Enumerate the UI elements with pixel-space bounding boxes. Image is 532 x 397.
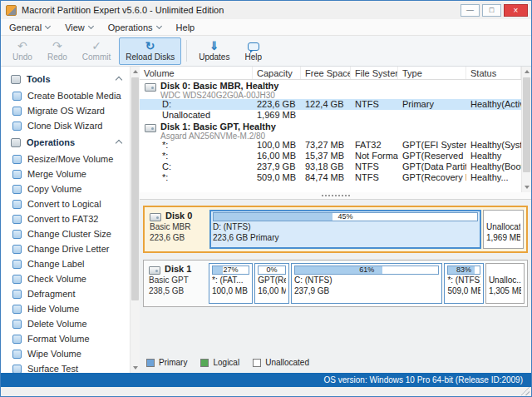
- maximize-button[interactable]: □: [482, 4, 501, 17]
- sidebar-item-convert-to-logical[interactable]: Convert to Logical: [1, 196, 130, 211]
- partition-reserved[interactable]: 0% GPT(Re... 16,00 MB: [254, 263, 289, 304]
- sidebar-item-label: Change Label: [27, 259, 85, 269]
- scroll-down-arrow[interactable]: [131, 363, 140, 373]
- scrollbar-thumb[interactable]: [131, 77, 139, 300]
- sidebar-item-delete-volume[interactable]: Delete Volume: [1, 316, 130, 331]
- column-header-status[interactable]: Status: [466, 67, 521, 79]
- reload-disks-button[interactable]: ↻ Reload Disks: [119, 37, 181, 65]
- cell-capacity: 1,969 MB: [253, 110, 301, 121]
- sidebar-item-defragment[interactable]: Defragment: [1, 286, 130, 301]
- disk0-panel[interactable]: Disk 0 Basic MBR 223,6 GB 45% D: (NTFS) …: [143, 206, 528, 253]
- disk1-panel[interactable]: Disk 1 Basic GPT 238,5 GB 27% *: (FAT...…: [143, 260, 528, 307]
- menu-operations[interactable]: Operations: [108, 22, 161, 32]
- scroll-up-arrow[interactable]: [522, 67, 531, 77]
- sidebar-section-operations[interactable]: Operations: [1, 133, 130, 151]
- menu-help[interactable]: Help: [176, 22, 195, 32]
- panel-splitter[interactable]: [140, 192, 531, 199]
- cell-type: GPT(EFI System ...: [398, 140, 466, 151]
- column-header-volume[interactable]: Volume: [140, 67, 253, 79]
- sidebar-item-change-label[interactable]: Change Label: [1, 256, 130, 271]
- resize-grip[interactable]: [520, 386, 530, 395]
- disk-group-row-disk0[interactable]: Disk 0: Basic MBR, Healthy WDC WDS240G2G…: [140, 80, 521, 99]
- sidebar-item-hide-volume[interactable]: Hide Volume: [1, 301, 130, 316]
- redo-button[interactable]: ↷ Redo: [41, 37, 74, 65]
- cell-free-space: 93,18 GB: [301, 161, 351, 172]
- change-label-icon: [12, 260, 22, 269]
- chevron-down-icon: [88, 22, 94, 28]
- sidebar-item-change-drive-letter[interactable]: Change Drive Letter: [1, 241, 130, 256]
- table-scrollbar[interactable]: [521, 67, 531, 192]
- partition-c-ntfs[interactable]: 61% C: (NTFS) 237,9 GB: [291, 263, 442, 304]
- sidebar-item-merge-volume[interactable]: Merge Volume: [1, 166, 130, 181]
- primary-color-swatch: [146, 359, 155, 367]
- sidebar-item-label: Resize/Move Volume: [27, 154, 113, 164]
- sidebar-item-label: Delete Volume: [27, 319, 87, 329]
- help-bubble-icon: [248, 42, 259, 51]
- partition-d-ntfs[interactable]: 45% D: (NTFS) 223,6 GB Primary: [209, 210, 481, 249]
- scroll-up-arrow[interactable]: [131, 67, 140, 77]
- surface-test-icon: [12, 365, 22, 374]
- sidebar-item-migrate-os-wizard[interactable]: Migrate OS Wizard: [1, 103, 130, 118]
- partition-unallocated-disk0[interactable]: Unallocat... 1,969 MB: [483, 210, 524, 249]
- main-panel: Volume Capacity Free Space File System T…: [140, 67, 531, 373]
- partition-unallocated-disk1[interactable]: Unalloc... 1,305 MB: [485, 263, 525, 304]
- volume-row-d[interactable]: D: 223,6 GB 122,4 GB NTFS Primary Health…: [140, 99, 521, 110]
- operations-section-icon: [11, 138, 21, 147]
- sidebar-scrollbar[interactable]: [130, 67, 140, 373]
- sidebar-item-create-bootable-media[interactable]: Create Bootable Media: [1, 88, 130, 103]
- updates-button[interactable]: ⇓ Updates: [192, 37, 236, 65]
- usage-percent: 83%: [456, 265, 471, 274]
- partition-efi[interactable]: 27% *: (FAT... 100,0 MB: [209, 263, 253, 304]
- cell-type: GPT(Reserved P...: [398, 151, 466, 161]
- sidebar-item-copy-volume[interactable]: Copy Volume: [1, 181, 130, 196]
- volume-row-reserved[interactable]: *: 16,00 MB 15,37 MB Not Forma... GPT(Re…: [140, 151, 521, 161]
- sidebar-item-label: Merge Volume: [27, 169, 86, 179]
- column-header-type[interactable]: Type: [398, 67, 466, 79]
- menu-label: General: [9, 22, 42, 32]
- sidebar-item-resize-move-volume[interactable]: Resize/Move Volume: [1, 151, 130, 166]
- menu-view[interactable]: View: [65, 22, 93, 32]
- volume-row-c[interactable]: C: 237,9 GB 93,18 GB NTFS GPT(Data Parti…: [140, 161, 521, 172]
- sidebar-item-change-cluster-size[interactable]: Change Cluster Size: [1, 226, 130, 241]
- volume-table: Volume Capacity Free Space File System T…: [140, 67, 521, 192]
- partition-size: 223,6 GB Primary: [213, 233, 478, 243]
- sidebar-item-check-volume[interactable]: Check Volume: [1, 271, 130, 286]
- scrollbar-thumb[interactable]: [523, 77, 530, 172]
- scrollbar-track[interactable]: [131, 77, 140, 363]
- volume-row-unallocated-disk0[interactable]: Unallocated 1,969 MB: [140, 110, 521, 121]
- scrollbar-track[interactable]: [522, 77, 531, 182]
- toolbar: ↶ Undo ↷ Redo ✓ Commit ↻ Reload Disks ⇓ …: [1, 36, 531, 67]
- volume-row-recovery[interactable]: *: 509,0 MB 84,74 MB NTFS GPT(Recovery P…: [140, 172, 521, 183]
- undo-button[interactable]: ↶ Undo: [6, 37, 39, 65]
- help-button[interactable]: Help: [238, 37, 268, 65]
- close-button[interactable]: ×: [504, 4, 528, 17]
- disk0-info: Disk 0 Basic MBR 223,6 GB: [147, 210, 207, 249]
- column-header-free-space[interactable]: Free Space: [301, 67, 351, 79]
- menu-general[interactable]: General: [9, 22, 50, 32]
- cell-type: GPT(Data Partiti...: [398, 161, 466, 172]
- sidebar-item-wipe-volume[interactable]: Wipe Volume: [1, 346, 130, 361]
- disk-group-row-disk1[interactable]: Disk 1: Basic GPT, Healthy Asgard AN256N…: [140, 121, 521, 140]
- disk-size: 238,5 GB: [149, 285, 204, 296]
- disk0-partitions: 45% D: (NTFS) 223,6 GB Primary Unallocat…: [209, 210, 524, 249]
- sidebar-item-label: Clone Disk Wizard: [27, 121, 102, 131]
- commit-button[interactable]: ✓ Commit: [76, 37, 117, 65]
- disk-scheme: Basic MBR: [150, 221, 204, 232]
- partition-label: *: (NTFS): [447, 275, 480, 285]
- menu-label: Operations: [108, 22, 153, 32]
- sidebar-section-tools[interactable]: Tools: [1, 70, 130, 88]
- column-header-capacity[interactable]: Capacity: [253, 67, 301, 79]
- sidebar-item-convert-to-fat32[interactable]: Convert to FAT32: [1, 211, 130, 226]
- sidebar-item-label: Change Cluster Size: [27, 229, 111, 239]
- disk-name: Disk 1: [165, 264, 191, 275]
- minimize-button[interactable]: —: [461, 4, 480, 17]
- redo-label: Redo: [47, 52, 67, 62]
- sidebar-item-format-volume[interactable]: Format Volume: [1, 331, 130, 346]
- updates-icon: ⇓: [209, 40, 219, 52]
- column-header-file-system[interactable]: File System: [351, 67, 398, 79]
- scroll-down-arrow[interactable]: [522, 182, 531, 192]
- sidebar-item-clone-disk-wizard[interactable]: Clone Disk Wizard: [1, 118, 130, 133]
- partition-recovery[interactable]: 83% *: (NTFS) 509,0 MB: [444, 263, 484, 304]
- volume-row-efi[interactable]: *: 100,0 MB 73,27 MB FAT32 GPT(EFI Syste…: [140, 140, 521, 151]
- sidebar-item-surface-test[interactable]: Surface Test: [1, 361, 130, 373]
